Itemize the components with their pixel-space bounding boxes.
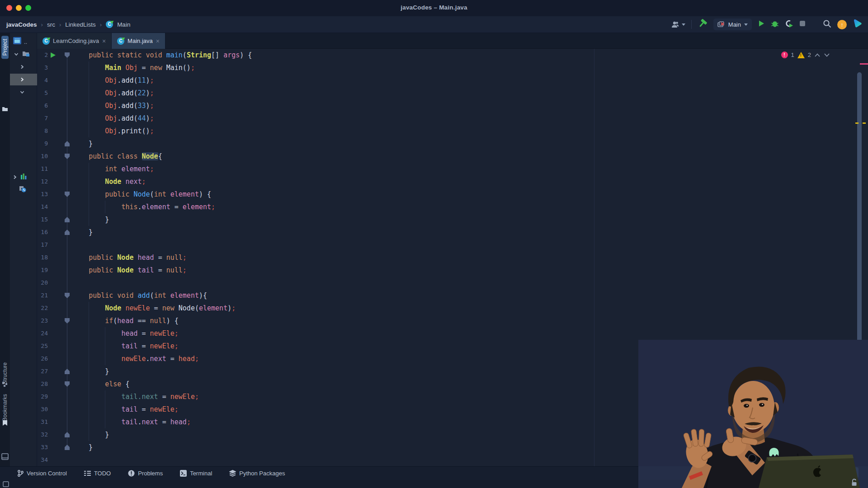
tool-window-toggle-icon[interactable] — [3, 481, 9, 488]
fold-marker-icon[interactable] — [65, 318, 70, 324]
scrollbar-thumb[interactable] — [857, 72, 862, 343]
line-number[interactable]: 6 — [37, 99, 48, 112]
line-number[interactable]: 2 — [37, 49, 48, 61]
build-hammer-icon[interactable] — [698, 19, 708, 30]
line-number[interactable]: 18 — [37, 251, 48, 264]
code-line-8[interactable]: 8 Obj.print(); — [37, 125, 868, 137]
update-available-icon[interactable]: ↑ — [837, 20, 847, 29]
code-line-9[interactable]: 9 } — [37, 137, 868, 150]
line-number[interactable]: 22 — [37, 302, 48, 314]
code-line-12[interactable]: 12 Node next; — [37, 175, 868, 188]
run-line-icon[interactable] — [51, 52, 56, 58]
code-line-21[interactable]: 21 public void add(int element){ — [37, 289, 868, 302]
tool-window-layout-icon[interactable] — [1, 453, 9, 462]
line-number[interactable]: 24 — [37, 327, 48, 340]
line-number[interactable]: 13 — [37, 188, 48, 201]
line-number[interactable]: 9 — [37, 137, 48, 150]
breadcrumb-src[interactable]: src — [47, 21, 55, 28]
line-number[interactable]: 25 — [37, 340, 48, 352]
project-panel-header[interactable]: .. — [10, 36, 37, 47]
tool-button-python-packages[interactable]: Python Packages — [229, 470, 285, 477]
fold-marker-icon[interactable] — [65, 141, 70, 146]
line-number[interactable]: 27 — [37, 365, 48, 378]
code-line-23[interactable]: 23 if(head == null) { — [37, 314, 868, 327]
search-everywhere-icon[interactable] — [823, 19, 831, 30]
fold-marker-icon[interactable] — [65, 52, 70, 58]
line-number[interactable]: 26 — [37, 352, 48, 365]
fold-marker-icon[interactable] — [65, 293, 70, 298]
tool-button-todo[interactable]: TODO — [84, 470, 111, 477]
code-line-10[interactable]: 10 public class Node{ — [37, 150, 868, 163]
user-account-icon[interactable] — [671, 21, 685, 28]
line-number[interactable]: 34 — [37, 454, 48, 466]
tool-button-problems[interactable]: Problems — [128, 470, 163, 477]
error-stripe-mark[interactable] — [860, 63, 868, 65]
line-number[interactable]: 19 — [37, 264, 48, 277]
fold-marker-icon[interactable] — [65, 192, 70, 197]
line-number[interactable]: 14 — [37, 201, 48, 213]
line-number[interactable]: 4 — [37, 74, 48, 87]
breadcrumb-class[interactable]: Main — [117, 21, 130, 28]
line-number[interactable]: 11 — [37, 163, 48, 175]
run-configuration-selector[interactable]: Main — [713, 19, 752, 30]
project-view-icon[interactable] — [13, 37, 21, 46]
line-number[interactable]: 33 — [37, 441, 48, 454]
code-line-16[interactable]: 16 } — [37, 226, 868, 239]
code-line-17[interactable]: 17 — [37, 239, 868, 251]
fold-marker-icon[interactable] — [65, 154, 70, 159]
line-number[interactable]: 29 — [37, 390, 48, 403]
code-line-11[interactable]: 11 int element; — [37, 163, 868, 175]
tool-stripe-project[interactable]: Project — [1, 36, 9, 59]
line-number[interactable]: 23 — [37, 314, 48, 327]
next-problem-chevron-icon[interactable] — [824, 53, 830, 57]
tree-row-selected[interactable] — [10, 74, 37, 85]
tab-learncoding-java[interactable]: C LearnCoding.java × — [37, 33, 112, 49]
line-number[interactable]: 15 — [37, 213, 48, 226]
line-number[interactable]: 21 — [37, 289, 48, 302]
code-line-5[interactable]: 5 Obj.add(22); — [37, 87, 868, 99]
debug-button[interactable] — [771, 19, 779, 29]
fold-marker-icon[interactable] — [65, 381, 70, 387]
fold-marker-icon[interactable] — [65, 432, 70, 437]
line-number[interactable]: 32 — [37, 428, 48, 441]
fold-marker-icon[interactable] — [65, 217, 70, 222]
tree-row-expanded[interactable] — [10, 86, 37, 98]
tool-stripe-bookmarks[interactable]: Bookmarks — [1, 391, 9, 424]
code-line-22[interactable]: 22 Node newEle = new Node(element); — [37, 302, 868, 314]
inspections-widget[interactable]: ! 1 2 — [781, 52, 830, 58]
code-line-24[interactable]: 24 head = newEle; — [37, 327, 868, 340]
tool-button-version-control[interactable]: Version Control — [17, 470, 67, 477]
line-number[interactable]: 7 — [37, 112, 48, 125]
ide-logo-icon[interactable] — [853, 19, 863, 30]
code-line-6[interactable]: 6 Obj.add(33); — [37, 99, 868, 112]
warning-stripe-mark[interactable] — [855, 122, 859, 124]
line-number[interactable]: 20 — [37, 277, 48, 289]
line-number[interactable]: 8 — [37, 125, 48, 137]
tab-main-java[interactable]: C Main.java × — [112, 33, 165, 49]
line-number[interactable]: 17 — [37, 239, 48, 251]
stop-button[interactable] — [799, 20, 806, 28]
line-number[interactable]: 16 — [37, 226, 48, 239]
close-tab-icon[interactable]: × — [156, 38, 160, 44]
run-with-coverage-button[interactable] — [785, 19, 793, 29]
code-line-4[interactable]: 4 Obj.add(11); — [37, 74, 868, 87]
code-line-20[interactable]: 20 — [37, 277, 868, 289]
line-number[interactable]: 10 — [37, 150, 48, 163]
close-tab-icon[interactable]: × — [102, 38, 106, 44]
code-line-15[interactable]: 15 } — [37, 213, 868, 226]
code-line-7[interactable]: 7 Obj.add(44); — [37, 112, 868, 125]
fold-marker-icon[interactable] — [65, 445, 70, 450]
code-line-3[interactable]: 3 Main Obj = new Main(); — [37, 61, 868, 74]
line-number[interactable]: 5 — [37, 87, 48, 99]
tree-row-collapsed[interactable] — [10, 61, 37, 73]
code-line-14[interactable]: 14 this.element = element; — [37, 201, 868, 213]
line-number[interactable]: 30 — [37, 403, 48, 416]
line-number[interactable]: 12 — [37, 175, 48, 188]
line-number[interactable]: 28 — [37, 378, 48, 390]
tree-row-external-libraries[interactable] — [10, 171, 37, 183]
breadcrumb-package[interactable]: LinkedLists — [65, 21, 96, 28]
fold-marker-icon[interactable] — [65, 230, 70, 235]
tree-row-scratches[interactable] — [10, 184, 37, 196]
folder-icon[interactable] — [2, 105, 8, 113]
fold-marker-icon[interactable] — [65, 369, 70, 374]
